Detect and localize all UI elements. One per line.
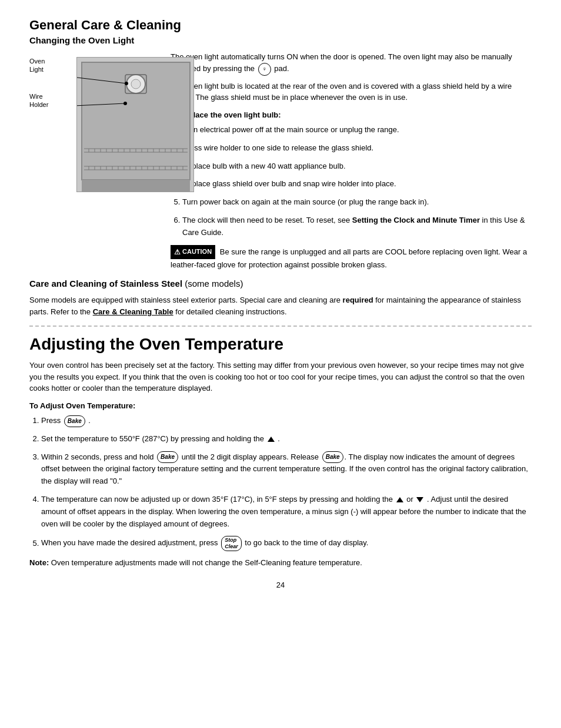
svg-point-3	[131, 79, 141, 89]
para2: The oven light bulb is located at the re…	[171, 80, 532, 103]
oven-image-container: OvenLight WireHolder	[29, 51, 159, 270]
light-icon-badge: ♀	[258, 63, 271, 76]
arrow-down-1	[416, 497, 423, 502]
step-4: Replace glass shield over bulb and snap …	[182, 178, 532, 190]
adj-para: Your oven control has been precisely set…	[29, 360, 532, 394]
svg-rect-43	[82, 180, 190, 192]
to-adjust-heading: To Adjust Oven Temperature:	[29, 400, 532, 412]
bake-badge-2: Bake	[157, 451, 178, 463]
section1-title: General Care & Cleaning	[29, 18, 532, 33]
adj-steps-list: Press Bake . Set the temperature to 550°…	[41, 415, 532, 551]
adj-step-1: Press Bake .	[41, 415, 532, 427]
divider	[29, 326, 532, 327]
section2: Adjusting the Oven Temperature Your oven…	[29, 335, 532, 568]
step-3: Replace bulb with a new 40 watt applianc…	[182, 160, 532, 173]
to-replace-heading: To replace the oven light bulb:	[171, 109, 532, 121]
para1: The oven light automatically turns ON wh…	[171, 51, 532, 76]
oven-diagram	[76, 57, 194, 192]
caution-icon: ⚠	[174, 247, 181, 257]
section1: General Care & Cleaning Changing the Ove…	[29, 18, 532, 317]
arrow-up-2	[396, 497, 403, 502]
note-text: Note: Oven temperature adjustments made …	[29, 557, 532, 569]
caution-box: ⚠ CAUTION	[171, 245, 215, 259]
wire-holder-label: WireHolder	[29, 92, 48, 109]
adj-step-2: Set the temperature to 550°F (287°C) by …	[41, 433, 532, 445]
step-5: Turn power back on again at the main sou…	[182, 196, 532, 209]
step-1: Turn electrical power off at the main so…	[182, 124, 532, 136]
replace-steps-list: Turn electrical power off at the main so…	[182, 124, 532, 239]
stainless-title: Care and Cleaning of Stainless Steel	[29, 279, 182, 288]
oven-light-content: OvenLight WireHolder	[29, 51, 532, 270]
section2-title: Adjusting the Oven Temperature	[29, 335, 532, 354]
stop-clear-badge: StopClear	[221, 536, 242, 551]
caution-section: ⚠ CAUTION Be sure the range is unplugged…	[171, 245, 532, 271]
bake-badge-1: Bake	[64, 415, 85, 427]
adj-step-4: The temperature can now be adjusted up o…	[41, 494, 532, 530]
svg-point-47	[123, 102, 127, 105]
stainless-subtitle: (some models)	[182, 279, 243, 288]
subsection1-title: Changing the Oven Light	[29, 35, 532, 45]
svg-point-45	[125, 82, 128, 85]
stainless-section: Care and Cleaning of Stainless Steel (so…	[29, 279, 532, 288]
step-6: The clock will then need to be reset. To…	[182, 214, 532, 239]
page-number: 24	[29, 581, 532, 589]
oven-light-text: The oven light automatically turns ON wh…	[171, 51, 532, 270]
adj-step-3: Within 2 seconds, press and hold Bake un…	[41, 451, 532, 488]
oven-light-label: OvenLight	[29, 57, 45, 74]
arrow-up-1	[268, 437, 275, 442]
adj-step-5: When you have made the desired adjustmen…	[41, 536, 532, 551]
step-2: Press wire holder to one side to release…	[182, 142, 532, 155]
stainless-para: Some models are equipped with stainless …	[29, 294, 532, 317]
bake-badge-3: Bake	[322, 451, 343, 463]
